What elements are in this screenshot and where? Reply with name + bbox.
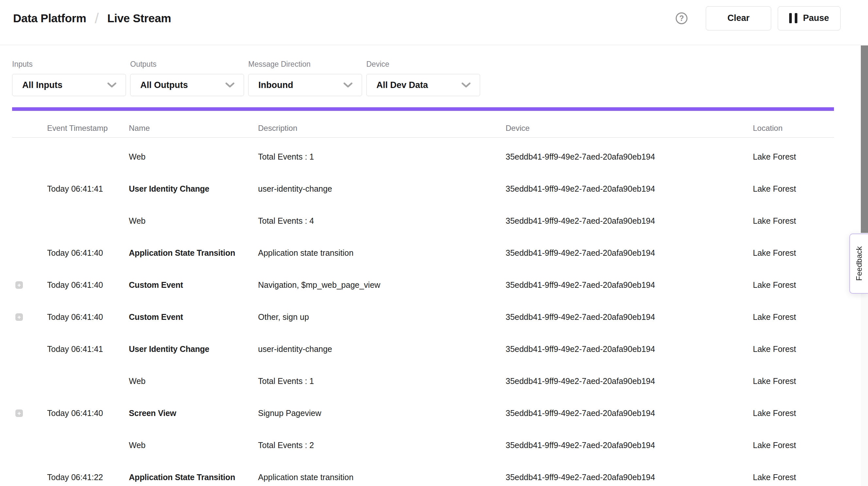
events-table-header: Event Timestamp Name Description Device … [12, 111, 834, 138]
event-row-expander-cell: + [12, 313, 47, 321]
event-row-expander-cell: + [12, 217, 47, 225]
chevron-down-icon [225, 83, 235, 88]
page-header: Data Platform / Live Stream ? Clear Paus… [0, 0, 868, 45]
message-direction-dropdown[interactable]: Inbound [248, 74, 362, 96]
event-timestamp: Today 06:41:22 [47, 473, 129, 482]
event-name: Custom Event [129, 280, 258, 290]
help-button[interactable]: ? [676, 12, 687, 24]
device-dropdown-value: All Dev Data [376, 80, 428, 90]
column-header-location: Location [753, 124, 834, 133]
event-name: Web [129, 216, 258, 226]
clear-button[interactable]: Clear [706, 6, 771, 30]
expand-row-button[interactable]: + [16, 281, 23, 289]
event-description: user-identity-change [258, 344, 506, 354]
event-row[interactable]: + Web Total Events : 1 35eddb41-9ff9-49e… [12, 141, 834, 173]
event-row[interactable]: + Today 06:41:22 Application State Trans… [12, 461, 834, 486]
event-row[interactable]: + Web Total Events : 2 35eddb41-9ff9-49e… [12, 429, 834, 461]
breadcrumb-live-stream: Live Stream [107, 12, 171, 25]
event-device-id: 35eddb41-9ff9-49e2-7aed-20afa90eb194 [506, 441, 753, 450]
outputs-dropdown-value: All Outputs [140, 80, 188, 90]
help-icon: ? [676, 12, 687, 24]
chevron-down-icon [462, 83, 471, 88]
event-row-expander-cell: + [12, 474, 47, 481]
feedback-tab-label: Feedback [855, 246, 864, 281]
event-timestamp: Today 06:41:41 [47, 344, 129, 354]
event-row[interactable]: + Today 06:41:40 Custom Event Other, sig… [12, 301, 834, 333]
column-header-event-timestamp: Event Timestamp [47, 124, 129, 133]
event-row-expander-cell: + [12, 345, 47, 353]
filter-outputs: Outputs All Outputs [130, 60, 244, 96]
pause-button-label: Pause [803, 13, 829, 23]
event-timestamp: Today 06:41:40 [47, 280, 129, 290]
event-description: Total Events : 1 [258, 376, 506, 386]
event-row-expander-cell: + [12, 185, 47, 193]
event-location: Lake Forest [753, 152, 834, 161]
event-description: Other, sign up [258, 312, 506, 322]
event-row-expander-cell: + [12, 409, 47, 417]
event-device-id: 35eddb41-9ff9-49e2-7aed-20afa90eb194 [506, 376, 753, 386]
column-header-device: Device [506, 124, 753, 133]
event-location: Lake Forest [753, 248, 834, 258]
event-row[interactable]: + Today 06:41:40 Screen View Signup Page… [12, 397, 834, 429]
event-device-id: 35eddb41-9ff9-49e2-7aed-20afa90eb194 [506, 184, 753, 193]
feedback-tab[interactable]: Feedback [849, 234, 868, 294]
header-actions: ? Clear Pause [676, 6, 840, 30]
event-name: Custom Event [129, 312, 258, 322]
expand-row-button[interactable]: + [16, 409, 23, 417]
outputs-dropdown[interactable]: All Outputs [130, 74, 244, 96]
pause-icon [789, 13, 797, 23]
event-name: Application State Transition [129, 473, 258, 482]
event-description: Total Events : 1 [258, 152, 506, 161]
filter-inputs-label: Inputs [12, 60, 126, 69]
event-row-expander-cell: + [12, 442, 47, 449]
device-dropdown[interactable]: All Dev Data [366, 74, 480, 96]
event-device-id: 35eddb41-9ff9-49e2-7aed-20afa90eb194 [506, 248, 753, 258]
event-row[interactable]: + Web Total Events : 1 35eddb41-9ff9-49e… [12, 365, 834, 397]
events-table-body: + Web Total Events : 1 35eddb41-9ff9-49e… [12, 138, 834, 486]
event-timestamp: Today 06:41:41 [47, 184, 129, 193]
event-row[interactable]: + Today 06:41:41 User Identity Change us… [12, 333, 834, 365]
event-row[interactable]: + Today 06:41:41 User Identity Change us… [12, 173, 834, 205]
pause-button[interactable]: Pause [778, 6, 840, 30]
inputs-dropdown-value: All Inputs [22, 80, 62, 90]
plus-icon: + [17, 410, 21, 416]
plus-icon: + [17, 314, 21, 320]
clear-button-label: Clear [727, 13, 750, 23]
event-location: Lake Forest [753, 473, 834, 482]
event-device-id: 35eddb41-9ff9-49e2-7aed-20afa90eb194 [506, 473, 753, 482]
event-name: Web [129, 376, 258, 386]
event-row[interactable]: + Today 06:41:40 Application State Trans… [12, 237, 834, 269]
event-name: Web [129, 441, 258, 450]
event-description: user-identity-change [258, 184, 506, 193]
event-description: Navigation, $mp_web_page_view [258, 280, 506, 290]
event-row[interactable]: + Today 06:41:40 Custom Event Navigation… [12, 269, 834, 301]
event-device-id: 35eddb41-9ff9-49e2-7aed-20afa90eb194 [506, 216, 753, 226]
event-location: Lake Forest [753, 408, 834, 418]
event-location: Lake Forest [753, 441, 834, 450]
event-row-expander-cell: + [12, 377, 47, 385]
filter-message-direction: Message Direction Inbound [248, 60, 362, 96]
event-name: User Identity Change [129, 184, 258, 193]
filters-bar: Inputs All Inputs Outputs All Outputs Me… [0, 45, 868, 96]
event-location: Lake Forest [753, 184, 834, 193]
filter-message-direction-label: Message Direction [248, 60, 362, 69]
event-description: Application state transition [258, 473, 506, 482]
inputs-dropdown[interactable]: All Inputs [12, 74, 126, 96]
live-stream-page: Data Platform / Live Stream ? Clear Paus… [0, 0, 868, 486]
event-row[interactable]: + Web Total Events : 4 35eddb41-9ff9-49e… [12, 205, 834, 237]
event-location: Lake Forest [753, 376, 834, 386]
expand-row-button[interactable]: + [16, 313, 23, 321]
event-name: Screen View [129, 408, 258, 418]
breadcrumb-data-platform[interactable]: Data Platform [13, 12, 86, 25]
event-device-id: 35eddb41-9ff9-49e2-7aed-20afa90eb194 [506, 408, 753, 418]
event-name: Application State Transition [129, 248, 258, 258]
stream-accent-bar [12, 107, 834, 111]
event-timestamp: Today 06:41:40 [47, 312, 129, 322]
event-timestamp: Today 06:41:40 [47, 248, 129, 258]
message-direction-dropdown-value: Inbound [258, 80, 293, 90]
filter-inputs: Inputs All Inputs [12, 60, 126, 96]
event-name: Web [129, 152, 258, 161]
vertical-scrollbar-thumb[interactable] [861, 45, 868, 233]
event-location: Lake Forest [753, 312, 834, 322]
event-description: Application state transition [258, 248, 506, 258]
